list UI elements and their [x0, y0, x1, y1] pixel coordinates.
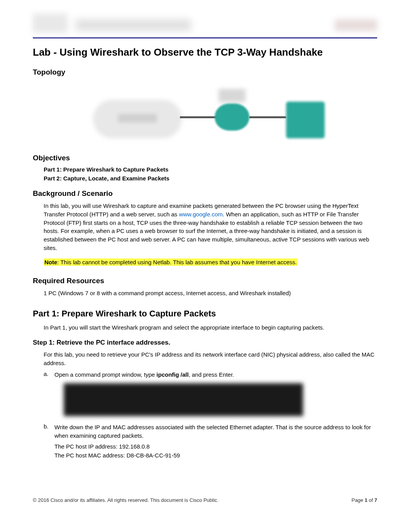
google-link[interactable]: www.google.com: [179, 211, 222, 218]
resources-text: 1 PC (Windows 7 or 8 with a command prom…: [44, 289, 377, 297]
page-pre: Page: [351, 497, 364, 503]
note-highlight: Note: This lab cannot be completed using…: [44, 258, 298, 266]
objective-item: Part 1: Prepare Wireshark to Capture Pac…: [44, 166, 377, 173]
header-banner: [33, 12, 377, 39]
objectives-heading: Objectives: [33, 154, 377, 162]
topology-figure: [85, 84, 325, 146]
document-title: Lab - Using Wireshark to Observe the TCP…: [33, 46, 377, 58]
ip-label: The PC host IP address:: [54, 443, 119, 450]
item-a-pre: Open a command prompt window, type: [54, 371, 156, 378]
header-right: [335, 19, 377, 31]
resources-heading: Required Resources: [33, 277, 377, 285]
part1-intro: In Part 1, you will start the Wireshark …: [44, 323, 377, 332]
academy-title: [75, 19, 191, 31]
link-line: [249, 116, 286, 118]
mac-value: D8-CB-8A-CC-91-59: [127, 452, 180, 459]
ip-address-line: The PC host IP address: 192.168.0.8: [54, 443, 377, 450]
step1-intro: For this lab, you need to retrieve your …: [44, 350, 377, 367]
page-total: 7: [374, 497, 377, 503]
list-item-b: b. Write down the IP and MAC addresses a…: [44, 423, 377, 440]
copyright-text: © 2016 Cisco and/or its affiliates. All …: [33, 497, 219, 503]
internet-label: [118, 114, 157, 122]
page-mid: of: [368, 497, 374, 503]
note-text: : This lab cannot be completed using Net…: [57, 259, 297, 265]
pc-icon: [286, 102, 325, 138]
ip-value: 192.168.0.8: [119, 443, 149, 450]
mac-address-line: The PC host MAC address: D8-CB-8A-CC-91-…: [54, 452, 377, 459]
objective-item: Part 2: Capture, Locate, and Examine Pac…: [44, 175, 377, 182]
page-footer: © 2016 Cisco and/or its affiliates. All …: [33, 497, 377, 503]
command-prompt-figure: [64, 383, 303, 416]
part1-heading: Part 1: Prepare Wireshark to Capture Pac…: [33, 309, 377, 319]
list-content: Write down the IP and MAC addresses asso…: [54, 423, 377, 440]
background-heading: Background / Scenario: [33, 189, 377, 198]
router-label: [219, 89, 246, 102]
note-label: Note: [44, 259, 57, 265]
list-marker: b.: [44, 423, 54, 440]
mac-label: The PC host MAC address:: [54, 452, 127, 459]
background-paragraph: In this lab, you will use Wireshark to c…: [44, 202, 377, 252]
router-icon: [215, 104, 249, 131]
topology-heading: Topology: [33, 68, 377, 76]
step1-heading: Step 1: Retrieve the PC interface addres…: [33, 339, 377, 347]
ipconfig-command: ipconfig /all: [156, 371, 188, 378]
list-item-a: a. Open a command prompt window, type ip…: [44, 371, 377, 379]
link-line: [180, 116, 217, 118]
cisco-logo: [33, 14, 68, 33]
list-content: Open a command prompt window, type ipcon…: [54, 371, 377, 379]
page-number: Page 1 of 7: [351, 497, 377, 503]
list-marker: a.: [44, 371, 54, 379]
page-current: 1: [364, 497, 367, 503]
item-a-post: , and press Enter.: [189, 371, 234, 378]
